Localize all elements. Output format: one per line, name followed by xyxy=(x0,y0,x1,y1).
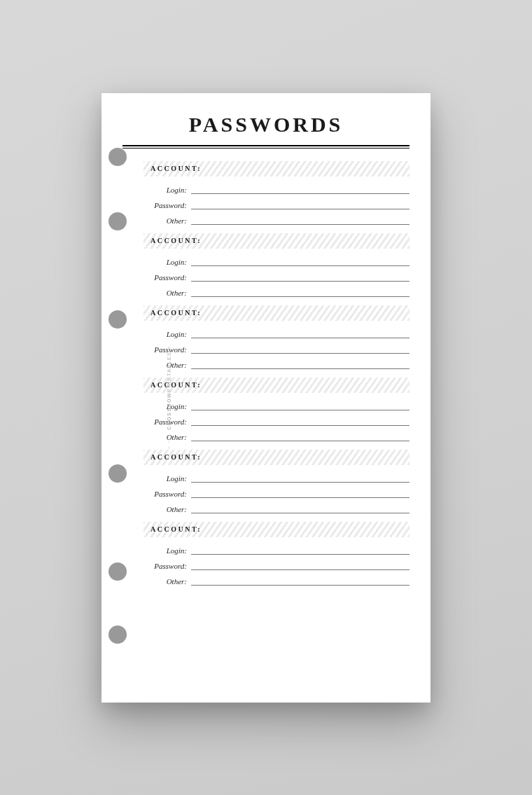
other-row: Other: xyxy=(144,285,410,297)
other-row: Other: xyxy=(144,213,410,225)
password-label: Password: xyxy=(144,490,191,498)
login-label: Login: xyxy=(144,546,191,555)
other-line[interactable] xyxy=(191,574,410,586)
login-row: Login: xyxy=(144,543,410,555)
account-label: ACCOUNT: xyxy=(150,525,204,533)
account-header: ACCOUNT: xyxy=(144,450,410,465)
password-entry: ACCOUNT: Login: Password: Other: xyxy=(144,305,410,369)
password-entry: ACCOUNT: Login: Password: Other: xyxy=(144,233,410,297)
password-row: Password: xyxy=(144,270,410,282)
title-rule-thin xyxy=(122,148,410,148)
login-label: Login: xyxy=(144,474,191,483)
account-header: ACCOUNT: xyxy=(144,378,410,393)
other-line[interactable] xyxy=(191,502,410,513)
login-row: Login: xyxy=(144,471,410,483)
login-line[interactable] xyxy=(191,471,410,483)
password-row: Password: xyxy=(144,198,410,209)
login-line[interactable] xyxy=(191,182,410,194)
binder-hole xyxy=(108,148,127,166)
login-row: Login: xyxy=(144,399,410,410)
password-line[interactable] xyxy=(191,342,410,354)
login-line[interactable] xyxy=(191,543,410,555)
login-row: Login: xyxy=(144,254,410,266)
password-line[interactable] xyxy=(191,198,410,209)
other-row: Other: xyxy=(144,357,410,369)
login-line[interactable] xyxy=(191,399,410,410)
password-entry: ACCOUNT: Login: Password: Other: xyxy=(144,161,410,225)
account-header: ACCOUNT: xyxy=(144,522,410,537)
title-rule-thick xyxy=(122,145,410,146)
other-label: Other: xyxy=(144,289,191,297)
login-label: Login: xyxy=(144,330,191,338)
binder-holes xyxy=(108,93,128,703)
login-row: Login: xyxy=(144,182,410,194)
other-row: Other: xyxy=(144,574,410,586)
account-label: ACCOUNT: xyxy=(150,309,204,317)
password-row: Password: xyxy=(144,414,410,426)
brand-watermark: →→→ CROSSBOWPRINTABLES ↑ xyxy=(167,345,172,450)
other-label: Other: xyxy=(144,577,191,586)
password-label: Password: xyxy=(144,273,191,282)
binder-hole xyxy=(108,310,127,329)
other-line[interactable] xyxy=(191,285,410,297)
other-row: Other: xyxy=(144,429,410,441)
account-label: ACCOUNT: xyxy=(150,381,204,389)
account-header: ACCOUNT: xyxy=(144,305,410,321)
other-line[interactable] xyxy=(191,429,410,441)
binder-hole xyxy=(108,562,127,581)
password-row: Password: xyxy=(144,486,410,498)
account-header: ACCOUNT: xyxy=(144,233,410,249)
password-line[interactable] xyxy=(191,270,410,282)
password-row: Password: xyxy=(144,342,410,354)
other-row: Other: xyxy=(144,502,410,513)
login-row: Login: xyxy=(144,326,410,338)
password-label: Password: xyxy=(144,201,191,209)
password-entry: ACCOUNT: Login: Password: Other: xyxy=(144,378,410,441)
password-line[interactable] xyxy=(191,414,410,426)
password-line[interactable] xyxy=(191,486,410,498)
password-entry: ACCOUNT: Login: Password: Other: xyxy=(144,522,410,586)
other-label: Other: xyxy=(144,216,191,225)
page-title: PASSWORDS xyxy=(122,113,410,137)
password-line[interactable] xyxy=(191,558,410,570)
password-entry: ACCOUNT: Login: Password: Other: xyxy=(144,450,410,513)
binder-hole xyxy=(108,464,127,483)
other-label: Other: xyxy=(144,505,191,513)
account-header: ACCOUNT: xyxy=(144,161,410,177)
binder-hole xyxy=(108,212,127,230)
login-line[interactable] xyxy=(191,254,410,266)
password-row: Password: xyxy=(144,558,410,570)
account-label: ACCOUNT: xyxy=(150,165,204,172)
other-line[interactable] xyxy=(191,357,410,369)
login-label: Login: xyxy=(144,186,191,194)
account-label: ACCOUNT: xyxy=(150,453,204,461)
login-label: Login: xyxy=(144,258,191,266)
password-label: Password: xyxy=(144,562,191,570)
other-line[interactable] xyxy=(191,213,410,225)
login-line[interactable] xyxy=(191,326,410,338)
account-label: ACCOUNT: xyxy=(150,237,204,244)
binder-hole xyxy=(108,625,127,644)
planner-page: →→→ CROSSBOWPRINTABLES ↑ PASSWORDS ACCOU… xyxy=(102,93,430,703)
